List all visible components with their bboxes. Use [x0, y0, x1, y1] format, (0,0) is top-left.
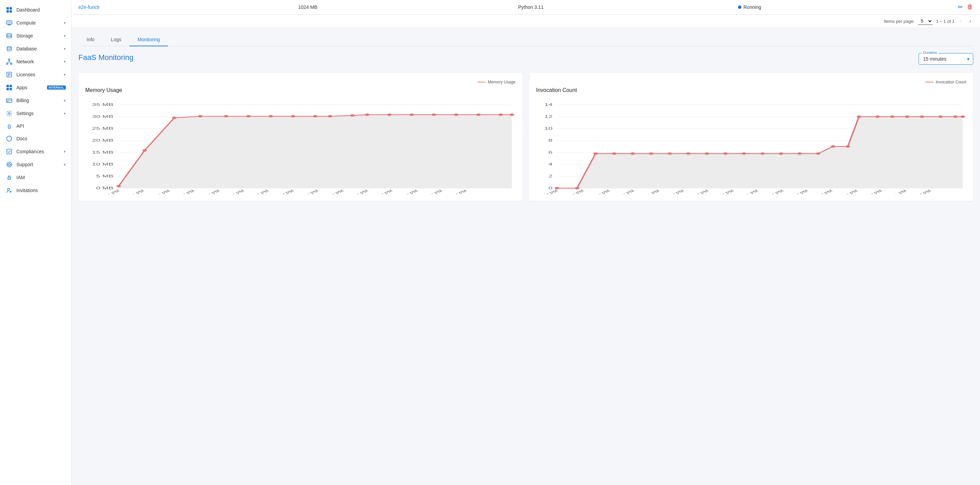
items-per-page-label: Items per page: — [884, 19, 915, 24]
svg-rect-21 — [6, 99, 12, 103]
memory-chart-title: Memory Usage — [85, 87, 516, 94]
svg-point-52 — [116, 185, 121, 187]
sidebar-item-compliances[interactable]: Compliances ▾ — [0, 145, 71, 158]
svg-rect-0 — [6, 7, 9, 10]
function-runtime: Python 3.11 — [518, 5, 731, 10]
sidebar-item-network-label: Network — [16, 59, 60, 64]
charts-grid: Memory Usage Memory Usage 35 MB 30 MB 25… — [78, 73, 973, 201]
svg-point-121 — [890, 116, 894, 118]
sidebar-item-compute[interactable]: Compute ▾ — [0, 16, 71, 29]
monitoring-title: FaaS Monitoring — [78, 53, 133, 62]
sidebar-item-storage[interactable]: Storage ▾ — [0, 29, 71, 42]
sidebar-item-api[interactable]: {} API — [0, 120, 71, 132]
sidebar-item-database[interactable]: Database ▾ — [0, 42, 71, 55]
svg-point-117 — [831, 146, 835, 148]
sidebar-item-licenses[interactable]: Licenses ▾ — [0, 68, 71, 81]
svg-point-70 — [510, 113, 514, 116]
svg-point-108 — [667, 152, 672, 155]
tab-logs[interactable]: Logs — [103, 33, 129, 46]
svg-rect-7 — [8, 25, 11, 25]
svg-rect-12 — [11, 63, 12, 64]
docs-icon — [5, 136, 13, 142]
settings-icon — [5, 110, 13, 116]
chevron-down-icon: ▾ — [64, 149, 66, 154]
svg-point-65 — [409, 113, 414, 116]
invocation-legend-line — [926, 82, 934, 82]
svg-point-106 — [630, 152, 635, 155]
svg-point-126 — [961, 116, 965, 118]
svg-point-109 — [686, 152, 690, 155]
svg-point-104 — [593, 152, 598, 155]
duration-selector[interactable]: Duration 15 minutes ▾ — [919, 53, 973, 65]
sidebar-item-invitations[interactable]: Invitations — [0, 184, 71, 197]
svg-text:25 MB: 25 MB — [92, 126, 113, 130]
svg-marker-25 — [7, 136, 11, 141]
invocation-chart-container: 14 12 10 8 6 4 2 0 — [536, 99, 967, 194]
delete-icon[interactable]: 🗑 — [967, 3, 973, 11]
svg-text:10 MB: 10 MB — [92, 162, 113, 166]
svg-point-107 — [649, 152, 653, 155]
svg-text:14: 14 — [544, 102, 552, 106]
sidebar-item-billing-label: Billing — [16, 98, 60, 103]
prev-page-button[interactable]: ‹ — [958, 17, 964, 25]
svg-rect-20 — [10, 88, 12, 90]
sidebar-item-docs[interactable]: Docs — [0, 132, 71, 145]
sidebar-item-billing[interactable]: Billing ▾ — [0, 94, 71, 107]
invocation-chart-title: Invocation Count — [536, 87, 967, 94]
compute-icon — [5, 20, 13, 26]
function-name[interactable]: e2e-functi — [78, 5, 291, 10]
svg-point-58 — [269, 115, 273, 117]
svg-text:25 Oct 12:17 PM: 25 Oct 12:17 PM — [536, 189, 559, 194]
invocation-count-chart-card: Invocation Count Invocation Count 14 12 … — [529, 73, 974, 201]
sidebar-item-support[interactable]: Support ▾ — [0, 158, 71, 171]
svg-point-62 — [350, 114, 355, 117]
svg-point-125 — [953, 116, 958, 118]
svg-point-105 — [612, 152, 616, 155]
svg-rect-18 — [10, 85, 12, 87]
chevron-down-icon: ▾ — [64, 73, 66, 77]
iam-icon — [5, 174, 13, 181]
chevron-down-icon: ▾ — [64, 47, 66, 51]
sidebar: Dashboard Compute ▾ Storage ▾ Database ▾… — [0, 0, 72, 485]
sidebar-item-compute-label: Compute — [16, 20, 60, 25]
chevron-down-icon: ▾ — [64, 111, 66, 116]
svg-text:5 MB: 5 MB — [96, 174, 113, 178]
function-table-row: e2e-functi 1024 MB Python 3.11 Running ✏… — [72, 0, 980, 15]
memory-legend-label: Memory Usage — [488, 80, 515, 84]
edit-icon[interactable]: ✏ — [958, 3, 963, 11]
svg-text:30 MB: 30 MB — [92, 114, 113, 119]
svg-point-24 — [8, 113, 10, 114]
invitations-icon — [5, 187, 13, 193]
tab-monitoring[interactable]: Monitoring — [129, 33, 168, 46]
storage-icon — [5, 33, 13, 39]
svg-point-60 — [313, 115, 317, 117]
svg-point-61 — [328, 115, 332, 117]
svg-point-124 — [938, 116, 942, 118]
svg-point-57 — [246, 115, 251, 117]
sidebar-item-iam[interactable]: IAM — [0, 171, 71, 184]
chevron-down-icon: ▾ — [64, 60, 66, 64]
duration-value: 15 minutes — [923, 56, 946, 62]
sidebar-item-apps-label: Apps — [16, 85, 42, 90]
svg-rect-17 — [6, 85, 9, 87]
svg-point-111 — [723, 152, 727, 155]
tab-bar: Info Logs Monitoring — [78, 28, 973, 46]
next-page-button[interactable]: › — [967, 17, 973, 25]
sidebar-item-network[interactable]: Network ▾ — [0, 55, 71, 68]
invocation-chart-svg: 14 12 10 8 6 4 2 0 — [536, 99, 967, 194]
sidebar-item-settings-label: Settings — [16, 111, 60, 116]
tab-info[interactable]: Info — [78, 33, 103, 46]
sidebar-item-settings[interactable]: Settings ▾ — [0, 107, 71, 120]
svg-point-56 — [224, 115, 228, 117]
items-per-page-select[interactable]: 5 10 25 50 — [918, 17, 932, 25]
sidebar-item-storage-label: Storage — [16, 33, 60, 38]
memory-chart-container: 35 MB 30 MB 25 MB 20 MB 15 MB 10 MB 5 MB… — [85, 99, 516, 194]
function-memory: 1024 MB — [298, 5, 511, 10]
svg-text:0 MB: 0 MB — [96, 185, 113, 190]
svg-rect-10 — [8, 59, 10, 60]
svg-point-32 — [9, 178, 10, 179]
chevron-down-icon: ▾ — [64, 98, 66, 103]
sidebar-item-apps[interactable]: Apps Internal — [0, 81, 71, 94]
sidebar-item-dashboard[interactable]: Dashboard — [0, 3, 71, 16]
sidebar-item-licenses-label: Licenses — [16, 72, 60, 77]
